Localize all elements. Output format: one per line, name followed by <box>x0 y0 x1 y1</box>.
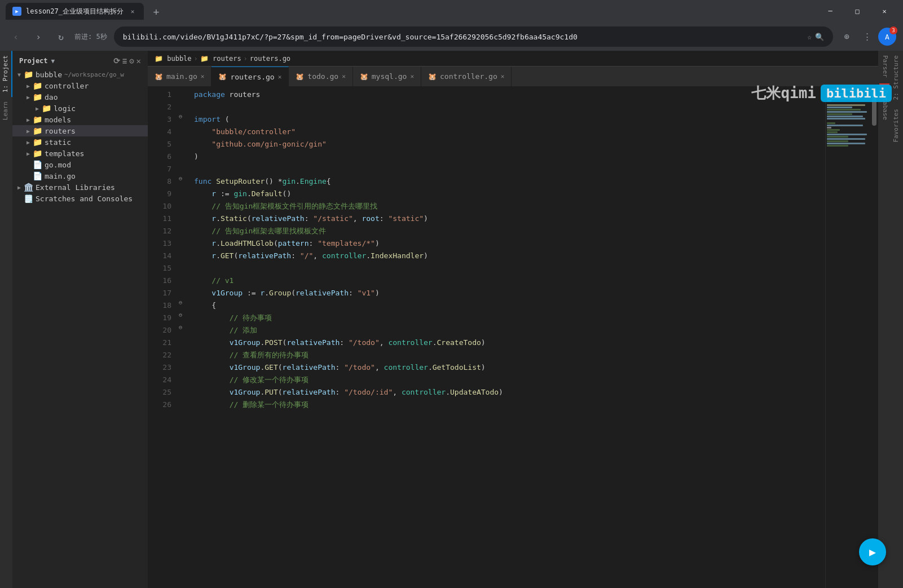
mm18 <box>827 127 831 129</box>
mysqlgo-tab-icon: 🐹 <box>360 73 368 81</box>
maingo-tab-close[interactable]: ✕ <box>201 73 205 80</box>
back-btn[interactable]: ‹ <box>7 28 25 46</box>
tree-item-gomod[interactable]: ▶ 📄 go.mod <box>12 159 148 170</box>
templates-arrow: ▶ <box>24 151 33 157</box>
forward-btn[interactable]: › <box>29 28 47 46</box>
structure-label[interactable]: 2: Structure <box>891 51 903 104</box>
settings-icon[interactable]: ⋮ <box>858 28 876 46</box>
tab-todogo[interactable]: 🐹 todo.go ✕ <box>289 67 353 86</box>
templates-label: templates <box>45 149 84 158</box>
profile-avatar[interactable]: A 3 <box>878 28 896 46</box>
logic-arrow: ▶ <box>33 105 42 112</box>
code-line-11: r.Static(relativePath: "/static", root: … <box>194 213 816 225</box>
tree-item-dao[interactable]: ▶ 📁 dao <box>12 91 148 103</box>
ln22: 22 <box>152 349 171 361</box>
breadcrumb-bubble[interactable]: 📁 bubble <box>155 55 192 63</box>
parser-label[interactable]: Parser <box>878 51 891 82</box>
mm6 <box>827 100 831 101</box>
minimize-btn[interactable]: ─ <box>817 0 843 23</box>
learn-panel-label[interactable]: Learn <box>0 97 12 125</box>
static-label: static <box>45 138 71 147</box>
project-panel-label[interactable]: 1: Project <box>0 51 12 97</box>
breadcrumb-file[interactable]: routers.go <box>250 55 290 63</box>
fold18[interactable]: ⊖ <box>176 299 185 312</box>
breadcrumb-sep1: › <box>194 55 198 63</box>
bubble-folder-icon: 📁 <box>24 70 33 79</box>
breadcrumb-bar: 📁 bubble › 📁 routers › routers.go <box>148 51 878 67</box>
todogo-tab-close[interactable]: ✕ <box>342 73 346 80</box>
parser-indicator <box>879 83 889 85</box>
todogo-tab-label: todo.go <box>307 72 338 81</box>
ln24: 24 <box>152 374 171 386</box>
code-line-22: // 查看所有的待办事项 <box>194 349 816 361</box>
tab-routersgo[interactable]: 🐹 routers.go ✕ <box>212 67 289 86</box>
maingo-label: main.go <box>45 172 76 180</box>
new-tab-btn[interactable]: + <box>148 3 164 19</box>
tree-item-bubble[interactable]: ▼ 📁 bubble ~/workspace/go_w <box>12 69 148 80</box>
tree-item-static[interactable]: ▶ 📁 static <box>12 136 148 148</box>
tree-settings-icon[interactable]: ⚙ <box>129 56 134 65</box>
external-icon: 🏛️ <box>24 183 33 192</box>
search-icon[interactable]: 🔍 <box>815 33 824 41</box>
mysqlgo-tab-close[interactable]: ✕ <box>410 73 414 80</box>
tree-item-maingo[interactable]: ▶ 📄 main.go <box>12 170 148 182</box>
fold8[interactable]: ⊖ <box>176 175 185 188</box>
code-content[interactable]: package routers import ( "bubble/control… <box>185 86 825 588</box>
tree-item-routers[interactable]: ▶ 📁 routers <box>12 125 148 136</box>
fold19[interactable]: ⊖ <box>176 312 185 324</box>
todogo-tab-icon: 🐹 <box>296 73 304 81</box>
tree-close-icon[interactable]: ✕ <box>136 56 141 65</box>
tree-item-external[interactable]: ▶ 🏛️ External Libraries <box>12 182 148 193</box>
code-editor[interactable]: 1 2 3 4 5 6 7 8 9 10 11 12 13 14 15 16 1… <box>148 86 878 588</box>
code-line-14: r.GET(relativePath: "/", controller.Inde… <box>194 250 816 262</box>
url-bar[interactable]: bilibili.com/video/BV1gJ411p7xC/?p=27&sp… <box>114 26 833 47</box>
favorites-label[interactable]: Favorites <box>891 104 903 147</box>
controller-arrow: ▶ <box>24 83 33 89</box>
tree-item-logic[interactable]: ▶ 📁 logic <box>12 103 148 114</box>
fold20[interactable]: ⊖ <box>176 324 185 337</box>
code-line-16: // v1 <box>194 275 816 287</box>
browser-tab[interactable]: ▶ lesson27_企业级项目结构拆分 ✕ <box>6 3 144 20</box>
tree-sync-icon[interactable]: ⟳ <box>113 56 120 65</box>
tree-item-templates[interactable]: ▶ 📁 templates <box>12 148 148 159</box>
scroll-thumb[interactable] <box>872 92 876 126</box>
ln3: 3 <box>152 113 171 126</box>
controller-label: controller <box>45 82 89 90</box>
tree-item-models[interactable]: ▶ 📁 models <box>12 114 148 125</box>
fold15 <box>176 262 185 275</box>
breadcrumb-routers[interactable]: 📁 routers <box>200 55 241 63</box>
tab-close-btn[interactable]: ✕ <box>128 7 137 16</box>
scrollbar[interactable] <box>870 86 878 588</box>
close-btn[interactable]: ✕ <box>871 0 897 23</box>
ln11: 11 <box>152 213 171 225</box>
controllergo-tab-close[interactable]: ✕ <box>501 73 505 80</box>
tree-item-controller[interactable]: ▶ 📁 controller <box>12 80 148 91</box>
database-label[interactable]: Database <box>878 86 891 125</box>
url-bar-icons: ☆ 🔍 <box>807 33 824 41</box>
routersgo-tab-close[interactable]: ✕ <box>278 73 282 81</box>
bubble-arrow: ▼ <box>15 72 24 78</box>
mm23 <box>827 138 865 140</box>
restore-btn[interactable]: □ <box>844 0 870 23</box>
ide-container: 1: Project Learn Project ▼ ⟳ ≡ ⚙ ✕ ▼ 📁 b… <box>0 51 903 588</box>
maingo-file-icon: 📄 <box>33 171 42 180</box>
tree-collapse-icon[interactable]: ≡ <box>122 56 127 65</box>
bookmark-icon[interactable]: ☆ <box>807 33 812 41</box>
tree-item-scratches[interactable]: ▶ 🗒️ Scratches and Consoles <box>12 193 148 204</box>
tab-maingo[interactable]: 🐹 main.go ✕ <box>148 67 212 86</box>
tab-controllergo[interactable]: 🐹 controller.go ✕ <box>421 67 512 86</box>
ln2: 2 <box>152 101 171 113</box>
fold3[interactable]: ⊖ <box>176 113 185 126</box>
code-line-23: v1Group.GET(relativePath: "/todo", contr… <box>194 361 816 374</box>
tab-mysqlgo[interactable]: 🐹 mysql.go ✕ <box>353 67 421 86</box>
ln16: 16 <box>152 275 171 287</box>
extensions-icon[interactable]: ⊕ <box>838 28 856 46</box>
minimap-content <box>826 86 870 149</box>
maingo-tab-icon: 🐹 <box>155 73 163 81</box>
ln15: 15 <box>152 262 171 275</box>
editor-area: 📁 bubble › 📁 routers › routers.go 🐹 main… <box>148 51 878 588</box>
fold9 <box>176 188 185 200</box>
bilibili-float-btn[interactable]: ▶ <box>859 538 886 565</box>
mm11 <box>827 111 867 113</box>
refresh-btn[interactable]: ↻ <box>52 28 70 46</box>
